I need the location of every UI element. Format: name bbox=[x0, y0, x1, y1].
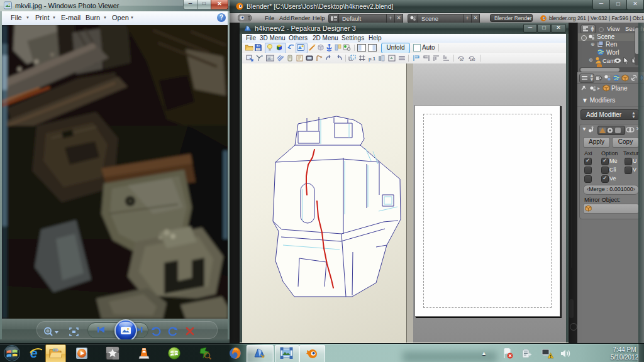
svg-text:180: 180 bbox=[470, 58, 475, 62]
svg-text:90: 90 bbox=[460, 58, 464, 62]
svg-text:p.1: p.1 bbox=[369, 56, 376, 62]
